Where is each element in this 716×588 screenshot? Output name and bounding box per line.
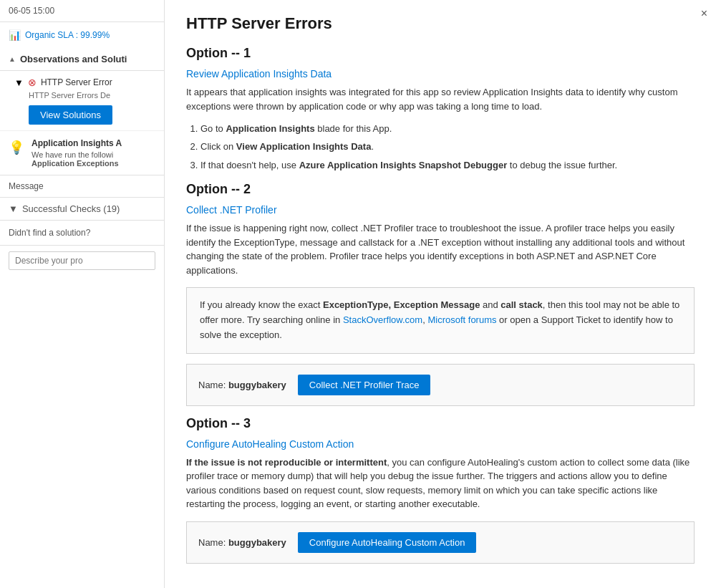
http-error-item: ▼ ⊗ HTTP Server Error HTTP Server Errors… (0, 71, 164, 131)
option-2-subtitle: Collect .NET Profiler (186, 204, 695, 216)
option-1-title: Option -- 1 (186, 46, 695, 61)
bulb-icon: 💡 (9, 140, 24, 155)
step-1-bold: Application Insights (226, 123, 314, 134)
app-insights-text: Application Insights A We have run the f… (32, 138, 122, 168)
step-1: Go to Application Insights blade for thi… (200, 120, 695, 137)
sla-icon: 📊 (9, 29, 21, 41)
option-2-name-value: buggybakery (228, 380, 286, 390)
stackoverflow-link[interactable]: StackOverflow.com (343, 314, 422, 325)
step-3: If that doesn't help, use Azure Applicat… (200, 157, 695, 173)
option-1-desc: It appears that application insights was… (186, 85, 695, 113)
obs-item-title: HTTP Server Error (41, 77, 112, 87)
exception-type-bold: ExceptionType, Exception Message (323, 299, 480, 310)
right-panel: × HTTP Server Errors Option -- 1 Review … (165, 0, 716, 588)
option-2-title: Option -- 2 (186, 182, 695, 197)
observations-title: Observations and Soluti (20, 54, 127, 64)
view-solutions-button[interactable]: View Solutions (29, 105, 112, 125)
collapse-icon: ▼ (14, 77, 24, 88)
option-1-subtitle: Review Application Insights Data (186, 68, 695, 79)
obs-item-header: ▼ ⊗ HTTP Server Error (14, 77, 155, 88)
describe-input[interactable] (9, 251, 155, 270)
sla-row: 📊 Organic SLA : 99.99% (0, 22, 164, 48)
successful-checks: ▼ Successful Checks (19) (0, 198, 164, 221)
left-panel: 06-05 15:00 📊 Organic SLA : 99.99% ▲ Obs… (0, 0, 165, 588)
option-3-name-value: buggybakery (228, 537, 286, 548)
configure-autohealing-button[interactable]: Configure AutoHealing Custom Action (298, 532, 477, 553)
time-header: 06-05 15:00 (0, 0, 164, 22)
option-3-subtitle: Configure AutoHealing Custom Action (186, 438, 695, 450)
obs-item-desc: HTTP Server Errors De (14, 91, 155, 100)
step-3-bold: Azure Application Insights Snapshot Debu… (299, 160, 508, 170)
step-2: Click on View Application Insights Data. (200, 138, 695, 155)
option-3-title: Option -- 3 (186, 416, 695, 431)
error-circle-icon: ⊗ (28, 77, 37, 88)
option-3-desc: If the issue is not reproducible or inte… (186, 456, 695, 511)
call-stack-bold: call stack (500, 299, 543, 310)
collect-profiler-button[interactable]: Collect .NET Profiler Trace (298, 375, 431, 395)
option-2-section: Option -- 2 Collect .NET Profiler If the… (186, 182, 695, 405)
message-row: Message (0, 175, 164, 198)
chevron-down-icon: ▼ (9, 203, 18, 214)
page-title: HTTP Server Errors (186, 14, 695, 33)
option-3-section: Option -- 3 Configure AutoHealing Custom… (186, 416, 695, 564)
didnt-find-section: Didn't find a solution? (0, 221, 164, 246)
sla-text: Organic SLA : 99.99% (25, 30, 110, 40)
app-insights-row: 💡 Application Insights A We have run the… (9, 138, 155, 168)
option-3-action-row: Name: buggybakery Configure AutoHealing … (186, 521, 695, 564)
microsoft-forums-link[interactable]: Microsoft forums (427, 314, 496, 325)
step-2-bold: View Application Insights Data (236, 141, 372, 152)
option-1-section: Option -- 1 Review Application Insights … (186, 46, 695, 173)
chevron-icon: ▲ (9, 55, 16, 63)
close-button[interactable]: × (701, 7, 707, 20)
app-insights-section: 💡 Application Insights A We have run the… (0, 131, 164, 175)
app-insights-desc: We have run the followi Application Exce… (32, 150, 122, 168)
option-3-name-label: Name: buggybakery (198, 537, 286, 548)
option-2-desc: If the issue is happening right now, col… (186, 221, 695, 277)
app-insights-title: Application Insights A (32, 138, 122, 148)
option-2-name-label: Name: buggybakery (198, 380, 286, 390)
observations-header: ▲ Observations and Soluti (0, 48, 164, 71)
option-3-desc-bold: If the issue is not reproducible or inte… (186, 457, 387, 468)
option-2-action-row: Name: buggybakery Collect .NET Profiler … (186, 364, 695, 406)
info-box: If you already know the exact ExceptionT… (186, 287, 695, 353)
option-1-steps: Go to Application Insights blade for thi… (200, 120, 695, 173)
